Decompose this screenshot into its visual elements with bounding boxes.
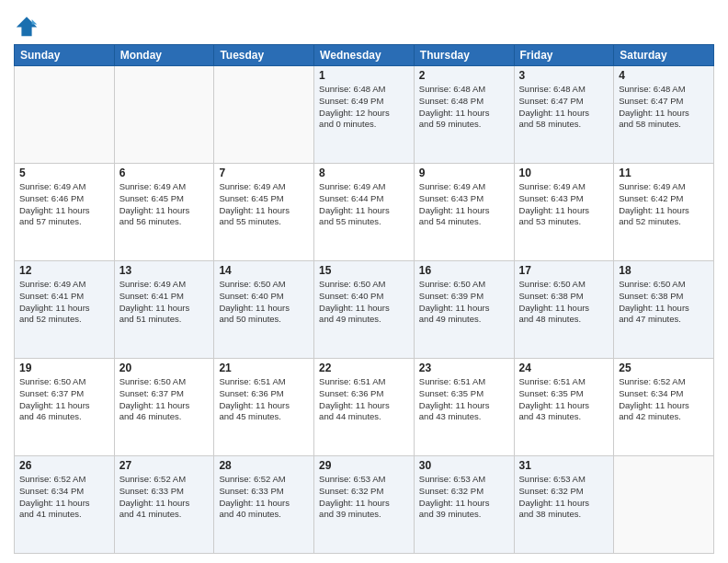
day-info: Sunrise: 6:52 AM Sunset: 6:33 PM Dayligh… [219, 474, 309, 521]
day-number: 13 [119, 264, 210, 277]
day-number: 24 [519, 362, 609, 374]
week-row-2: 5Sunrise: 6:49 AM Sunset: 6:46 PM Daylig… [15, 164, 714, 261]
day-info: Sunrise: 6:49 AM Sunset: 6:44 PM Dayligh… [319, 181, 409, 228]
day-cell: 1Sunrise: 6:48 AM Sunset: 6:49 PM Daylig… [314, 66, 415, 164]
day-cell: 8Sunrise: 6:49 AM Sunset: 6:44 PM Daylig… [314, 164, 415, 261]
day-cell: 26Sunrise: 6:52 AM Sunset: 6:34 PM Dayli… [15, 456, 115, 554]
day-cell: 18Sunrise: 6:50 AM Sunset: 6:38 PM Dayli… [614, 261, 714, 359]
day-cell: 13Sunrise: 6:49 AM Sunset: 6:41 PM Dayli… [114, 261, 214, 359]
day-number: 10 [519, 167, 609, 179]
day-number: 22 [319, 362, 409, 374]
day-number: 17 [519, 264, 609, 277]
day-info: Sunrise: 6:49 AM Sunset: 6:46 PM Dayligh… [19, 181, 109, 228]
day-cell: 27Sunrise: 6:52 AM Sunset: 6:33 PM Dayli… [114, 456, 214, 554]
day-number: 28 [219, 459, 309, 472]
day-info: Sunrise: 6:49 AM Sunset: 6:42 PM Dayligh… [619, 181, 709, 228]
day-info: Sunrise: 6:50 AM Sunset: 6:38 PM Dayligh… [519, 279, 609, 326]
col-header-thursday: Thursday [414, 45, 514, 66]
logo [14, 13, 43, 39]
day-cell: 29Sunrise: 6:53 AM Sunset: 6:32 PM Dayli… [314, 456, 415, 554]
day-number: 29 [319, 459, 409, 472]
day-info: Sunrise: 6:49 AM Sunset: 6:43 PM Dayligh… [419, 181, 509, 228]
day-cell: 12Sunrise: 6:49 AM Sunset: 6:41 PM Dayli… [15, 261, 115, 359]
day-info: Sunrise: 6:50 AM Sunset: 6:40 PM Dayligh… [319, 279, 409, 326]
day-number: 27 [119, 459, 210, 472]
day-info: Sunrise: 6:49 AM Sunset: 6:41 PM Dayligh… [19, 279, 109, 326]
day-number: 18 [619, 264, 709, 277]
day-info: Sunrise: 6:52 AM Sunset: 6:34 PM Dayligh… [619, 376, 709, 423]
day-info: Sunrise: 6:49 AM Sunset: 6:43 PM Dayligh… [519, 181, 609, 228]
day-number: 21 [219, 362, 309, 374]
day-info: Sunrise: 6:53 AM Sunset: 6:32 PM Dayligh… [419, 474, 509, 521]
day-info: Sunrise: 6:52 AM Sunset: 6:34 PM Dayligh… [19, 474, 109, 521]
week-row-4: 19Sunrise: 6:50 AM Sunset: 6:37 PM Dayli… [15, 359, 714, 456]
day-info: Sunrise: 6:50 AM Sunset: 6:37 PM Dayligh… [119, 376, 210, 423]
day-cell: 5Sunrise: 6:49 AM Sunset: 6:46 PM Daylig… [15, 164, 115, 261]
day-cell: 31Sunrise: 6:53 AM Sunset: 6:32 PM Dayli… [514, 456, 614, 554]
day-number: 19 [19, 362, 109, 374]
day-cell: 25Sunrise: 6:52 AM Sunset: 6:34 PM Dayli… [614, 359, 714, 456]
day-number: 7 [219, 167, 309, 179]
col-header-monday: Monday [114, 45, 214, 66]
day-cell [214, 66, 314, 164]
day-info: Sunrise: 6:49 AM Sunset: 6:41 PM Dayligh… [119, 279, 210, 326]
day-info: Sunrise: 6:50 AM Sunset: 6:37 PM Dayligh… [19, 376, 109, 423]
header [14, 9, 714, 39]
day-info: Sunrise: 6:51 AM Sunset: 6:35 PM Dayligh… [419, 376, 509, 423]
day-cell: 15Sunrise: 6:50 AM Sunset: 6:40 PM Dayli… [314, 261, 415, 359]
day-number: 23 [419, 362, 509, 374]
day-info: Sunrise: 6:53 AM Sunset: 6:32 PM Dayligh… [319, 474, 409, 521]
day-cell: 22Sunrise: 6:51 AM Sunset: 6:36 PM Dayli… [314, 359, 415, 456]
day-number: 30 [419, 459, 509, 472]
day-cell: 28Sunrise: 6:52 AM Sunset: 6:33 PM Dayli… [214, 456, 314, 554]
col-header-saturday: Saturday [614, 45, 714, 66]
day-cell: 23Sunrise: 6:51 AM Sunset: 6:35 PM Dayli… [414, 359, 514, 456]
header-row: SundayMondayTuesdayWednesdayThursdayFrid… [15, 45, 714, 66]
day-info: Sunrise: 6:50 AM Sunset: 6:40 PM Dayligh… [219, 279, 309, 326]
day-cell: 19Sunrise: 6:50 AM Sunset: 6:37 PM Dayli… [15, 359, 115, 456]
day-info: Sunrise: 6:50 AM Sunset: 6:38 PM Dayligh… [619, 279, 709, 326]
day-number: 1 [319, 69, 409, 82]
day-cell: 4Sunrise: 6:48 AM Sunset: 6:47 PM Daylig… [614, 66, 714, 164]
col-header-friday: Friday [514, 45, 614, 66]
day-cell: 6Sunrise: 6:49 AM Sunset: 6:45 PM Daylig… [114, 164, 214, 261]
day-cell: 7Sunrise: 6:49 AM Sunset: 6:45 PM Daylig… [214, 164, 314, 261]
day-number: 12 [19, 264, 109, 277]
day-info: Sunrise: 6:52 AM Sunset: 6:33 PM Dayligh… [119, 474, 210, 521]
day-number: 5 [19, 167, 109, 179]
col-header-tuesday: Tuesday [214, 45, 314, 66]
day-cell: 3Sunrise: 6:48 AM Sunset: 6:47 PM Daylig… [514, 66, 614, 164]
day-number: 16 [419, 264, 509, 277]
day-info: Sunrise: 6:48 AM Sunset: 6:49 PM Dayligh… [319, 84, 409, 131]
day-cell [15, 66, 115, 164]
week-row-3: 12Sunrise: 6:49 AM Sunset: 6:41 PM Dayli… [15, 261, 714, 359]
day-info: Sunrise: 6:48 AM Sunset: 6:48 PM Dayligh… [419, 84, 509, 131]
day-cell: 24Sunrise: 6:51 AM Sunset: 6:35 PM Dayli… [514, 359, 614, 456]
day-cell: 2Sunrise: 6:48 AM Sunset: 6:48 PM Daylig… [414, 66, 514, 164]
day-info: Sunrise: 6:51 AM Sunset: 6:36 PM Dayligh… [219, 376, 309, 423]
day-info: Sunrise: 6:53 AM Sunset: 6:32 PM Dayligh… [519, 474, 609, 521]
day-cell: 21Sunrise: 6:51 AM Sunset: 6:36 PM Dayli… [214, 359, 314, 456]
day-info: Sunrise: 6:48 AM Sunset: 6:47 PM Dayligh… [519, 84, 609, 131]
day-info: Sunrise: 6:49 AM Sunset: 6:45 PM Dayligh… [219, 181, 309, 228]
calendar-table: SundayMondayTuesdayWednesdayThursdayFrid… [14, 44, 714, 554]
day-number: 6 [119, 167, 210, 179]
col-header-sunday: Sunday [15, 45, 115, 66]
day-number: 20 [119, 362, 210, 374]
page: SundayMondayTuesdayWednesdayThursdayFrid… [0, 0, 728, 563]
day-number: 25 [619, 362, 709, 374]
day-cell: 20Sunrise: 6:50 AM Sunset: 6:37 PM Dayli… [114, 359, 214, 456]
day-info: Sunrise: 6:51 AM Sunset: 6:35 PM Dayligh… [519, 376, 609, 423]
day-cell: 10Sunrise: 6:49 AM Sunset: 6:43 PM Dayli… [514, 164, 614, 261]
day-cell: 11Sunrise: 6:49 AM Sunset: 6:42 PM Dayli… [614, 164, 714, 261]
day-number: 14 [219, 264, 309, 277]
day-info: Sunrise: 6:50 AM Sunset: 6:39 PM Dayligh… [419, 279, 509, 326]
day-number: 4 [619, 69, 709, 82]
day-number: 8 [319, 167, 409, 179]
col-header-wednesday: Wednesday [314, 45, 415, 66]
day-number: 11 [619, 167, 709, 179]
day-number: 31 [519, 459, 609, 472]
week-row-1: 1Sunrise: 6:48 AM Sunset: 6:49 PM Daylig… [15, 66, 714, 164]
day-number: 15 [319, 264, 409, 277]
day-cell [114, 66, 214, 164]
